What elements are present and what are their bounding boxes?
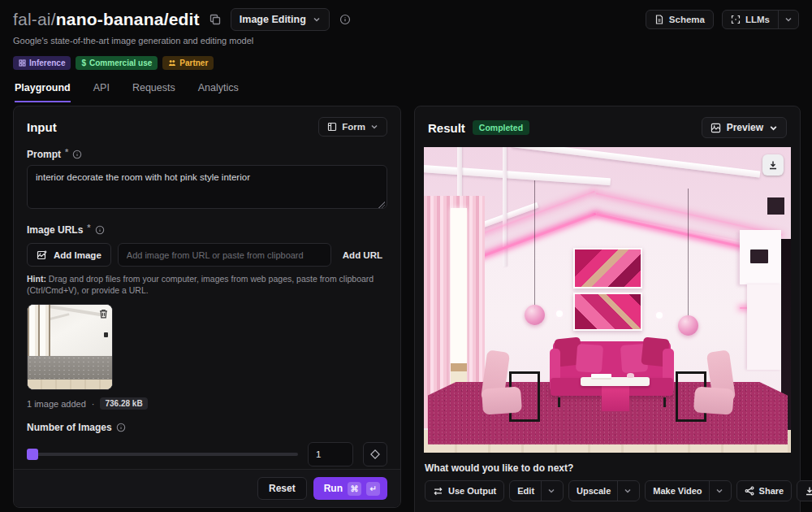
share-icon	[745, 486, 754, 496]
brackets-icon	[731, 15, 741, 24]
image-urls-label: Image URLs*	[27, 224, 387, 236]
chevron-down-icon	[624, 487, 632, 495]
delete-image-icon[interactable]	[99, 309, 108, 319]
scene-artwork	[573, 248, 642, 289]
partner-badge: Partner	[162, 56, 214, 70]
next-actions-prompt: What would you like to do next?	[425, 462, 790, 474]
partner-icon	[168, 59, 176, 67]
tab-analytics[interactable]: Analytics	[198, 82, 239, 102]
number-of-images-value[interactable]	[308, 442, 353, 466]
scene-pendant-light	[525, 305, 545, 325]
info-icon	[95, 225, 105, 235]
badges-row: Inference $ Commercial use Partner	[13, 56, 799, 70]
image-download-button[interactable]	[762, 154, 784, 176]
model-subtitle: Google's state-of-the-art image generati…	[13, 36, 799, 46]
prompt-label: Prompt*	[27, 149, 387, 160]
dollar-icon: $	[81, 59, 86, 67]
add-url-button[interactable]: Add URL	[338, 250, 387, 260]
command-key-icon: ⌘	[348, 482, 361, 496]
inference-badge: Inference	[13, 56, 71, 70]
tabs: Playground API Requests Analytics	[13, 82, 799, 102]
result-image[interactable]	[424, 147, 791, 453]
hint-text: Hint: Drag and drop files from your comp…	[27, 273, 387, 296]
chevron-down-icon	[784, 15, 793, 24]
result-panel: Result Completed Preview	[414, 106, 801, 512]
llms-dropdown-chevron[interactable]	[778, 11, 798, 28]
info-icon	[116, 423, 126, 432]
use-output-button[interactable]: Use Output	[425, 480, 504, 501]
llms-button[interactable]: LLMs	[723, 11, 778, 28]
info-icon	[72, 150, 82, 159]
tab-playground[interactable]: Playground	[15, 82, 71, 102]
playground-page: fal-ai/nano-banana/edit Image Editing Sc…	[0, 0, 812, 512]
image-added-status: 1 image added · 736.28 kB	[27, 397, 387, 410]
reset-button[interactable]: Reset	[257, 477, 307, 500]
slider-thumb[interactable]	[27, 449, 38, 460]
number-of-images-label: Number of Images	[27, 422, 387, 433]
input-footer: Reset Run ⌘ ↵	[14, 469, 400, 507]
prompt-input[interactable]: interior decorate the room with hot pink…	[27, 165, 387, 209]
tab-api[interactable]: API	[93, 82, 110, 102]
preview-dropdown[interactable]: Preview	[702, 117, 787, 138]
copy-icon[interactable]	[208, 12, 222, 27]
image-url-input[interactable]	[118, 243, 331, 267]
clear-value-button[interactable]	[363, 442, 387, 466]
page-title: fal-ai/nano-banana/edit	[13, 10, 200, 29]
input-panel: Input Form Prompt* interior decorate the…	[13, 106, 401, 508]
diamond-icon	[370, 449, 380, 459]
number-of-images-slider[interactable]	[27, 453, 298, 456]
commercial-use-badge: $ Commercial use	[76, 56, 158, 70]
chevron-down-icon	[313, 15, 321, 24]
llms-split-button: LLMs	[722, 10, 799, 29]
header: fal-ai/nano-banana/edit Image Editing Sc…	[0, 0, 812, 102]
scene-chair	[684, 351, 733, 427]
chevron-down-icon	[547, 487, 555, 495]
next-actions: Use Output Edit Upscale Make Video Share	[425, 480, 790, 501]
document-icon	[654, 15, 664, 24]
image-plus-icon	[37, 249, 48, 261]
add-image-button[interactable]: Add Image	[27, 243, 111, 267]
uploaded-image-thumbnail[interactable]	[27, 304, 113, 390]
image-icon	[710, 123, 721, 133]
share-button[interactable]: Share	[736, 480, 793, 501]
chevron-down-icon	[769, 124, 778, 132]
download-icon	[768, 160, 778, 170]
chevron-down-icon	[370, 123, 378, 131]
status-badge: Completed	[473, 120, 529, 135]
swap-icon	[433, 487, 443, 496]
upscale-dropdown-button[interactable]: Upscale	[568, 480, 640, 501]
download-icon	[805, 486, 812, 496]
form-icon	[327, 122, 337, 132]
download-button[interactable]: Download	[797, 480, 812, 501]
scene-chair	[482, 351, 532, 427]
tab-requests[interactable]: Requests	[132, 82, 175, 102]
grid-icon	[19, 59, 26, 67]
make-video-dropdown-button[interactable]: Make Video	[645, 480, 731, 501]
chevron-down-icon	[715, 487, 723, 495]
info-icon[interactable]	[338, 12, 352, 27]
result-title: Result	[428, 121, 465, 135]
file-size-badge: 736.28 kB	[100, 397, 147, 410]
form-view-dropdown[interactable]: Form	[318, 117, 387, 137]
run-button[interactable]: Run ⌘ ↵	[313, 477, 387, 500]
edit-dropdown-button[interactable]: Edit	[509, 480, 564, 501]
enter-key-icon: ↵	[366, 482, 380, 496]
input-title: Input	[27, 120, 57, 134]
schema-button[interactable]: Schema	[646, 10, 714, 29]
scene-coffee-table	[581, 377, 650, 386]
category-dropdown[interactable]: Image Editing	[231, 8, 330, 31]
